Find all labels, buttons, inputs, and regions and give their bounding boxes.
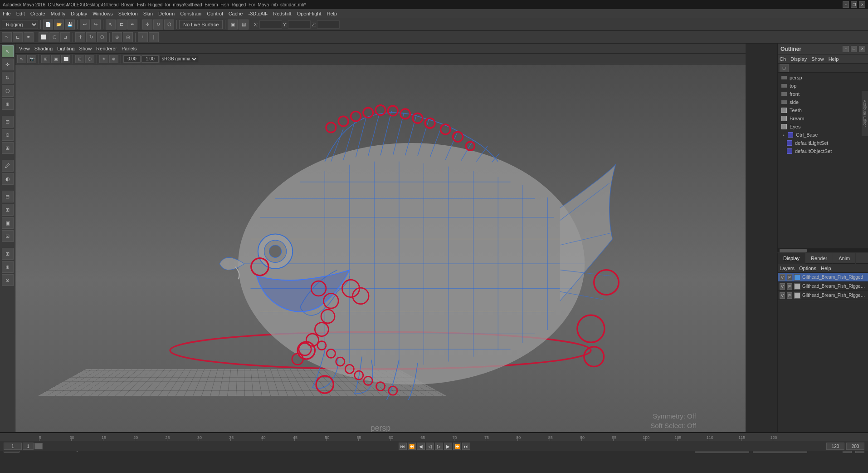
menu-item-file[interactable]: File [3, 11, 11, 16]
menu-item-windows[interactable]: Windows [93, 11, 113, 16]
vp-light-btn[interactable]: ☀ [99, 55, 108, 63]
start-frame-input[interactable] [4, 443, 22, 450]
vp-shadow-btn[interactable]: ⊕ [109, 55, 118, 63]
box1[interactable]: ⊟ [2, 191, 14, 202]
menu-item-display[interactable]: Display [71, 11, 87, 16]
outliner-item-top[interactable]: top [778, 82, 868, 90]
y-input[interactable] [288, 20, 311, 29]
scroll-thumb[interactable] [780, 249, 807, 252]
outliner-filter-btn[interactable]: ⊡ [780, 64, 789, 72]
tab-display[interactable]: Display [778, 253, 805, 264]
move-tool-left[interactable]: ✛ [2, 59, 14, 70]
menu-item-modify[interactable]: Modify [51, 11, 65, 16]
outliner-item-front[interactable]: front [778, 90, 868, 98]
outliner-item-persp[interactable]: persp [778, 74, 868, 82]
channel-menu-options[interactable]: Options [799, 266, 816, 271]
box2[interactable]: ⊞ [2, 204, 14, 216]
new-btn[interactable]: 📄 [43, 20, 53, 30]
next-frame-btn[interactable]: ▶ [444, 443, 452, 450]
scale-btn[interactable]: ⬡ [164, 20, 174, 30]
vp-menu-panels[interactable]: Panels [122, 46, 137, 51]
outliner-item-bream[interactable]: Bream [778, 114, 868, 123]
select-tool[interactable]: ↖ [2, 32, 12, 42]
outliner-scroll-horizontal[interactable] [778, 248, 868, 252]
go-end-btn[interactable]: ⏭ [462, 443, 470, 450]
outliner-close-btn[interactable]: ✕ [859, 46, 865, 52]
move-tool2[interactable]: ✛ [75, 32, 85, 42]
menu-item-deform[interactable]: Deform [158, 11, 175, 16]
layer-p-btn-3[interactable]: P [787, 292, 792, 299]
vp-grid-btn[interactable]: ⊞ [41, 55, 50, 63]
expand-icon-ctrlbase[interactable]: ▸ [781, 133, 786, 137]
menu-item-control[interactable]: Control [207, 11, 223, 16]
vp-resolution[interactable]: ⬜ [61, 55, 70, 63]
undo-btn[interactable]: ↩ [80, 20, 90, 30]
minimize-button[interactable]: − [843, 1, 849, 8]
outliner-restore-btn[interactable]: □ [851, 46, 857, 52]
play-btn[interactable]: ▷ [435, 443, 443, 450]
camera-orbit[interactable]: ⊙ [2, 129, 14, 141]
vp-menu-renderer[interactable]: Renderer [96, 46, 117, 51]
menu-item-3dtoall[interactable]: -3DtoAll- [248, 11, 268, 16]
vp-wire-btn[interactable]: ⊡ [75, 55, 84, 63]
channel-menu-layers[interactable]: Layers [780, 266, 795, 271]
current-frame-input[interactable] [23, 443, 34, 450]
layer-v-btn-3[interactable]: V [780, 292, 785, 299]
divider-icon[interactable]: | [149, 32, 159, 42]
outliner-menu-show[interactable]: Show [811, 56, 824, 62]
paint-tool[interactable]: ✒ [24, 32, 34, 42]
outliner-menu-help[interactable]: Help [829, 56, 839, 62]
no-live-surface[interactable]: No Live Surface [179, 20, 223, 29]
z-input[interactable] [317, 20, 340, 29]
camera-zoom[interactable]: ⊞ [2, 142, 14, 154]
layer-p-btn-2[interactable]: P [787, 283, 792, 290]
vp-menu-lighting[interactable]: Lighting [57, 46, 75, 51]
tab-render[interactable]: Render [805, 253, 833, 264]
layer-item-gilthead[interactable]: V P Gilthead_Bream_Fish_Rigged [778, 273, 868, 282]
universal-manip[interactable]: ⊕ [112, 32, 122, 42]
plus-icon[interactable]: + [138, 32, 148, 42]
play-rev-btn[interactable]: ◁ [426, 443, 434, 450]
close-button[interactable]: ✕ [859, 1, 865, 8]
redo-btn[interactable]: ↪ [91, 20, 101, 30]
menu-item-cache[interactable]: Cache [229, 11, 243, 16]
x-input[interactable] [259, 20, 282, 29]
prev-frame-btn[interactable]: ◀ [417, 443, 425, 450]
outliner-item-defaultobjectset[interactable]: defaultObjectSet [778, 147, 868, 155]
outliner-min-btn[interactable]: − [843, 46, 849, 52]
tab-anim[interactable]: Anim [833, 253, 856, 264]
scale-tool-left[interactable]: ⬡ [2, 85, 14, 97]
box-select[interactable]: ⬜ [39, 32, 49, 42]
gamma-value2[interactable] [141, 55, 159, 63]
vp-menu-show[interactable]: Show [79, 46, 92, 51]
paint-select-btn[interactable]: ✒ [127, 20, 137, 30]
menu-item-openflight[interactable]: OpenFlight [297, 11, 322, 16]
vp-select-btn[interactable]: ↖ [17, 55, 26, 63]
snap-btn[interactable]: ⊕ [2, 261, 14, 273]
arrow-tool[interactable]: ↖ [2, 45, 14, 57]
grid-btn[interactable]: ⊞ [2, 248, 14, 260]
prev-key-btn[interactable]: ⏪ [408, 443, 416, 450]
layer-item-contr[interactable]: V P Gilthead_Bream_Fish_Rigged_contr [778, 291, 868, 300]
camera-track[interactable]: ⊡ [2, 116, 14, 128]
circle-select[interactable]: ⬡ [49, 32, 59, 42]
end-frame-input[interactable] [826, 443, 844, 450]
attr-editor-tab[interactable]: Attribute Editor [862, 91, 868, 136]
paint-weights[interactable]: 🖊 [2, 160, 14, 172]
menu-item-constrain[interactable]: Constrain [180, 11, 201, 16]
outliner-menu-ch[interactable]: Ch [780, 56, 786, 62]
layer-v-btn-1[interactable]: V [780, 274, 785, 281]
vp-film-gate[interactable]: ▣ [51, 55, 60, 63]
select-btn[interactable]: ↖ [106, 20, 116, 30]
box3[interactable]: ▣ [2, 217, 14, 229]
menu-item-redshift[interactable]: Redshift [273, 11, 291, 16]
viewport-canvas[interactable]: persp Symmetry: Off Soft Select: Off [15, 54, 746, 432]
next-key-btn[interactable]: ⏩ [453, 443, 461, 450]
gamma-value1[interactable] [123, 55, 141, 63]
show-manip[interactable]: ⊕ [2, 98, 14, 110]
mode-select[interactable]: Rigging [2, 20, 38, 29]
rotate-btn[interactable]: ↻ [153, 20, 163, 30]
menu-item-skin[interactable]: Skin [143, 11, 153, 16]
save-btn[interactable]: 💾 [65, 20, 75, 30]
open-btn[interactable]: 📂 [54, 20, 64, 30]
